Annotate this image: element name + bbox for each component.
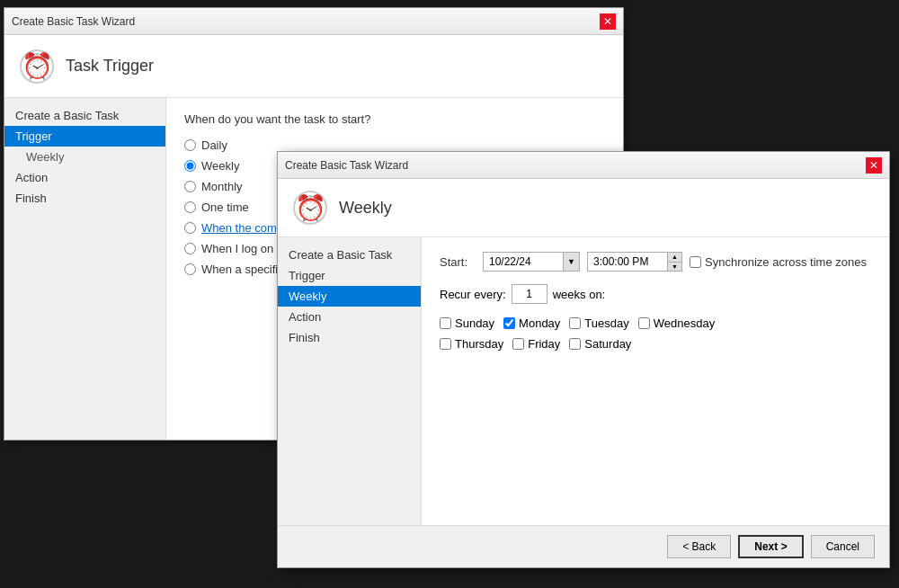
sunday-checkbox[interactable] bbox=[440, 317, 451, 329]
radio-event-input[interactable] bbox=[184, 263, 196, 275]
dialog-2-footer: < Back Next > Cancel bbox=[278, 525, 889, 567]
radio-daily[interactable]: Daily bbox=[184, 138, 605, 152]
dialog-2-close-button[interactable]: ✕ bbox=[866, 157, 882, 174]
date-input-group: ▼ bbox=[483, 252, 580, 272]
wednesday-label: Wednesday bbox=[654, 316, 715, 330]
cancel-button[interactable]: Cancel bbox=[811, 535, 875, 558]
recur-input[interactable] bbox=[512, 284, 547, 304]
dialog-1-close-button[interactable]: ✕ bbox=[600, 13, 616, 30]
radio-daily-input[interactable] bbox=[184, 139, 196, 151]
dialog-2-sidebar-weekly[interactable]: Weekly bbox=[278, 286, 421, 307]
dialog-1-title: Create Basic Task Wizard bbox=[12, 15, 135, 28]
dialog-2-sidebar-finish[interactable]: Finish bbox=[278, 327, 421, 348]
back-button[interactable]: < Back bbox=[667, 535, 731, 558]
sync-checkbox-label[interactable]: Synchronize across time zones bbox=[690, 255, 867, 269]
radio-weekly-label: Weekly bbox=[201, 159, 239, 173]
radio-weekly-input[interactable] bbox=[184, 160, 196, 172]
dialog-2-title: Create Basic Task Wizard bbox=[285, 159, 408, 172]
clock-icon-graphic bbox=[20, 49, 54, 84]
saturday-checkbox-label[interactable]: Saturday bbox=[569, 337, 631, 351]
sidebar-item-action[interactable]: Action bbox=[4, 167, 165, 188]
recur-row: Recur every: weeks on: bbox=[440, 284, 871, 304]
dialog-2: Create Basic Task Wizard ✕ Weekly Create… bbox=[277, 151, 890, 568]
radio-onetime-input[interactable] bbox=[184, 201, 196, 213]
dialog-2-body: Create a Basic Task Trigger Weekly Actio… bbox=[278, 237, 889, 525]
dialog-1-header: Task Trigger bbox=[4, 35, 623, 98]
days-row-2: Thursday Friday Saturday bbox=[440, 337, 871, 351]
start-row: Start: ▼ ▲ ▼ Synchronize across time zon… bbox=[440, 252, 871, 272]
friday-label: Friday bbox=[528, 337, 560, 351]
monday-label: Monday bbox=[519, 316, 560, 330]
thursday-checkbox[interactable] bbox=[440, 338, 451, 350]
dialog-2-clock-icon bbox=[292, 190, 328, 226]
dialog-2-main: Start: ▼ ▲ ▼ Synchronize across time zon… bbox=[422, 237, 889, 525]
sidebar-item-trigger[interactable]: Trigger bbox=[4, 126, 165, 147]
days-row-1: Sunday Monday Tuesday Wednesday bbox=[440, 316, 871, 330]
dialog-2-sidebar-trigger[interactable]: Trigger bbox=[278, 265, 421, 286]
date-dropdown-button[interactable]: ▼ bbox=[564, 252, 580, 272]
time-input-group: ▲ ▼ bbox=[587, 252, 682, 272]
dialog-2-sidebar: Create a Basic Task Trigger Weekly Actio… bbox=[278, 237, 422, 525]
friday-checkbox[interactable] bbox=[512, 338, 524, 350]
dialog-2-sidebar-create[interactable]: Create a Basic Task bbox=[278, 245, 421, 265]
dialog-1-header-title: Task Trigger bbox=[66, 57, 154, 76]
time-spinner: ▲ ▼ bbox=[668, 252, 682, 272]
time-input[interactable] bbox=[587, 252, 668, 272]
dialog-2-titlebar: Create Basic Task Wizard ✕ bbox=[278, 152, 889, 179]
tuesday-label: Tuesday bbox=[584, 316, 628, 330]
thursday-checkbox-label[interactable]: Thursday bbox=[440, 337, 503, 351]
friday-checkbox-label[interactable]: Friday bbox=[512, 337, 560, 351]
radio-monthly-label: Monthly bbox=[201, 180, 243, 193]
sidebar-item-create-basic-task[interactable]: Create a Basic Task bbox=[4, 105, 165, 126]
dialog-2-header: Weekly bbox=[278, 179, 889, 237]
wednesday-checkbox-label[interactable]: Wednesday bbox=[638, 316, 715, 330]
dialog-2-sidebar-action[interactable]: Action bbox=[278, 307, 421, 327]
radio-logon-input[interactable] bbox=[184, 243, 196, 254]
monday-checkbox-label[interactable]: Monday bbox=[503, 316, 560, 330]
dialog-2-header-title: Weekly bbox=[339, 199, 392, 218]
date-input[interactable] bbox=[483, 252, 564, 272]
next-button[interactable]: Next > bbox=[738, 535, 803, 558]
thursday-label: Thursday bbox=[455, 337, 503, 351]
radio-daily-label: Daily bbox=[201, 138, 227, 152]
time-up-button[interactable]: ▲ bbox=[668, 253, 681, 263]
sidebar-item-weekly[interactable]: Weekly bbox=[4, 147, 165, 167]
tuesday-checkbox[interactable] bbox=[569, 317, 581, 329]
saturday-checkbox[interactable] bbox=[569, 338, 581, 350]
sunday-checkbox-label[interactable]: Sunday bbox=[440, 316, 494, 330]
sync-label: Synchronize across time zones bbox=[705, 255, 867, 269]
start-label: Start: bbox=[440, 255, 476, 269]
clock-icon bbox=[19, 49, 55, 85]
sunday-label: Sunday bbox=[455, 316, 494, 330]
saturday-label: Saturday bbox=[584, 337, 631, 351]
radio-logon-label: When I log on bbox=[201, 242, 273, 255]
sync-checkbox[interactable] bbox=[690, 256, 701, 268]
tuesday-checkbox-label[interactable]: Tuesday bbox=[569, 316, 628, 330]
recur-label: Recur every: bbox=[440, 288, 506, 301]
radio-monthly-input[interactable] bbox=[184, 181, 196, 192]
radio-computer-input[interactable] bbox=[184, 222, 196, 234]
dialog-1-prompt: When do you want the task to start? bbox=[184, 112, 605, 126]
radio-onetime-label: One time bbox=[201, 200, 249, 214]
wednesday-checkbox[interactable] bbox=[638, 317, 650, 329]
dialog-2-clock-icon-graphic bbox=[293, 191, 327, 225]
dialog-1-titlebar: Create Basic Task Wizard ✕ bbox=[4, 8, 623, 35]
dialog-1-sidebar: Create a Basic Task Trigger Weekly Actio… bbox=[4, 98, 166, 440]
time-down-button[interactable]: ▼ bbox=[668, 263, 681, 272]
monday-checkbox[interactable] bbox=[503, 317, 515, 329]
weeks-on-label: weeks on: bbox=[553, 288, 606, 301]
sidebar-item-finish[interactable]: Finish bbox=[4, 188, 165, 209]
